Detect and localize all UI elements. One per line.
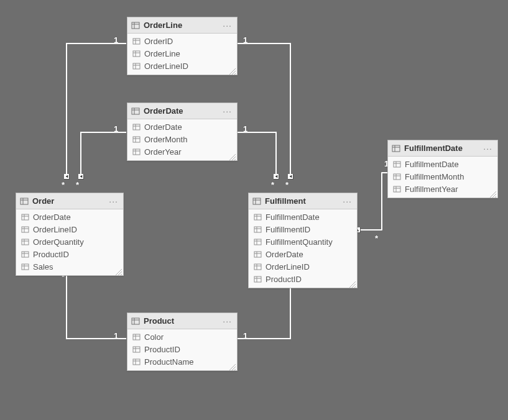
cardinality-one: 1	[114, 35, 118, 45]
field-label: FulfillmentQuantity	[266, 237, 333, 247]
field-label: ProductID	[33, 250, 69, 259]
field-row[interactable]: OrderMonth	[127, 133, 237, 145]
field-label: OrderMonth	[144, 135, 187, 144]
field-label: FulfillmentDate	[266, 212, 320, 222]
svg-rect-55	[254, 252, 261, 257]
column-icon	[254, 226, 262, 234]
field-row[interactable]: OrderLine	[127, 47, 237, 60]
table-menu-button[interactable]: ···	[108, 196, 119, 206]
field-label: OrderDate	[266, 250, 303, 259]
table-fulfillmentdate[interactable]: FulfillmentDate ··· FulfillmentDate Fulf…	[387, 140, 498, 198]
table-header[interactable]: Fulfillment ···	[249, 193, 357, 209]
table-menu-button[interactable]: ···	[221, 21, 233, 30]
column-icon	[393, 185, 401, 193]
table-menu-button[interactable]: ···	[341, 196, 353, 206]
field-row[interactable]: FulfillmentMonth	[388, 170, 497, 183]
field-row[interactable]: OrderDate	[127, 121, 237, 133]
cardinality-many: *	[375, 234, 378, 243]
field-row[interactable]: OrderLineID	[16, 223, 123, 235]
field-label: OrderLine	[144, 49, 180, 58]
column-icon	[132, 123, 141, 131]
resize-grip[interactable]	[229, 153, 236, 159]
resize-grip[interactable]	[116, 268, 122, 274]
svg-rect-25	[21, 198, 28, 204]
field-row[interactable]: OrderDate	[249, 248, 357, 260]
field-row[interactable]: ProductName	[127, 355, 237, 368]
field-row[interactable]: OrderID	[127, 35, 237, 47]
field-label: OrderDate	[144, 122, 182, 132]
table-title: Order	[32, 196, 108, 206]
table-header[interactable]: FulfillmentDate ···	[388, 140, 497, 157]
table-fields: Color ProductID ProductName	[127, 329, 237, 370]
cardinality-many: *	[62, 180, 65, 189]
cardinality-many: *	[285, 180, 289, 189]
svg-rect-40	[22, 264, 29, 270]
field-row[interactable]: FulfillmentID	[249, 223, 357, 235]
field-row[interactable]: OrderDate	[16, 211, 123, 223]
table-product[interactable]: Product ··· Color ProductID ProductName	[127, 313, 238, 371]
svg-rect-58	[254, 264, 261, 270]
cardinality-many: *	[271, 180, 274, 189]
column-icon	[393, 160, 401, 168]
svg-rect-31	[22, 227, 29, 232]
table-fulfillment[interactable]: Fulfillment ··· FulfillmentDate Fulfillm…	[248, 193, 358, 288]
field-row[interactable]: Color	[127, 331, 237, 343]
table-icon	[131, 317, 140, 326]
table-menu-button[interactable]: ···	[221, 106, 233, 116]
svg-rect-1	[132, 22, 139, 29]
svg-rect-10	[133, 63, 140, 69]
resize-grip[interactable]	[229, 363, 236, 369]
table-fields: OrderDate OrderLineID OrderQuantity Prod…	[16, 209, 123, 275]
field-row[interactable]: OrderQuantity	[16, 235, 123, 248]
table-title: Product	[144, 316, 221, 326]
svg-rect-16	[133, 124, 140, 130]
resize-grip[interactable]	[229, 67, 236, 73]
table-fields: FulfillmentDate FulfillmentID Fulfillmen…	[249, 209, 357, 288]
svg-rect-46	[254, 214, 261, 220]
field-row[interactable]: OrderLineID	[127, 60, 237, 72]
column-icon	[21, 263, 29, 271]
table-order[interactable]: Order ··· OrderDate OrderLineID OrderQua…	[16, 193, 124, 276]
table-header[interactable]: Product ···	[127, 313, 237, 329]
column-icon	[21, 226, 29, 234]
table-header[interactable]: OrderLine ···	[127, 17, 237, 34]
field-row[interactable]: FulfillmentQuantity	[249, 235, 357, 248]
svg-rect-76	[132, 318, 139, 324]
table-menu-button[interactable]: ···	[221, 316, 233, 326]
table-title: Fulfillment	[265, 196, 341, 206]
field-row[interactable]: FulfillmentDate	[249, 211, 357, 223]
table-icon	[20, 197, 29, 206]
field-row[interactable]: ProductID	[249, 273, 357, 285]
field-row[interactable]: OrderLineID	[249, 260, 357, 273]
cardinality-one: 1	[243, 124, 247, 134]
field-label: Color	[144, 332, 164, 342]
svg-rect-43	[253, 198, 261, 204]
column-icon	[132, 135, 141, 144]
table-title: OrderLine	[144, 21, 221, 30]
field-label: OrderYear	[144, 147, 182, 157]
table-fields: OrderID OrderLine OrderLineID	[127, 34, 237, 75]
column-icon	[132, 37, 141, 45]
table-icon	[131, 21, 140, 30]
field-row[interactable]: ProductID	[127, 343, 237, 355]
field-row[interactable]: ProductID	[16, 248, 123, 260]
svg-rect-52	[254, 239, 261, 245]
field-row[interactable]: OrderYear	[127, 145, 237, 158]
resize-grip[interactable]	[490, 190, 496, 196]
table-title: FulfillmentDate	[404, 144, 482, 153]
table-icon	[131, 107, 140, 116]
cardinality-one: 1	[243, 35, 247, 45]
table-header[interactable]: OrderDate ···	[127, 103, 237, 119]
table-menu-button[interactable]: ···	[482, 144, 494, 153]
svg-rect-64	[392, 145, 400, 152]
cardinality-many: *	[76, 180, 79, 189]
table-header[interactable]: Order ···	[16, 193, 123, 209]
resize-grip[interactable]	[349, 280, 356, 286]
svg-rect-22	[133, 149, 140, 155]
field-row[interactable]: FulfillmentYear	[388, 183, 497, 195]
table-orderline[interactable]: OrderLine ··· OrderID OrderLine OrderLin…	[127, 17, 238, 75]
table-orderdate[interactable]: OrderDate ··· OrderDate OrderMonth Order…	[127, 103, 238, 161]
field-row[interactable]: FulfillmentDate	[388, 158, 497, 170]
field-row[interactable]: Sales	[16, 260, 123, 273]
column-icon	[132, 333, 141, 341]
